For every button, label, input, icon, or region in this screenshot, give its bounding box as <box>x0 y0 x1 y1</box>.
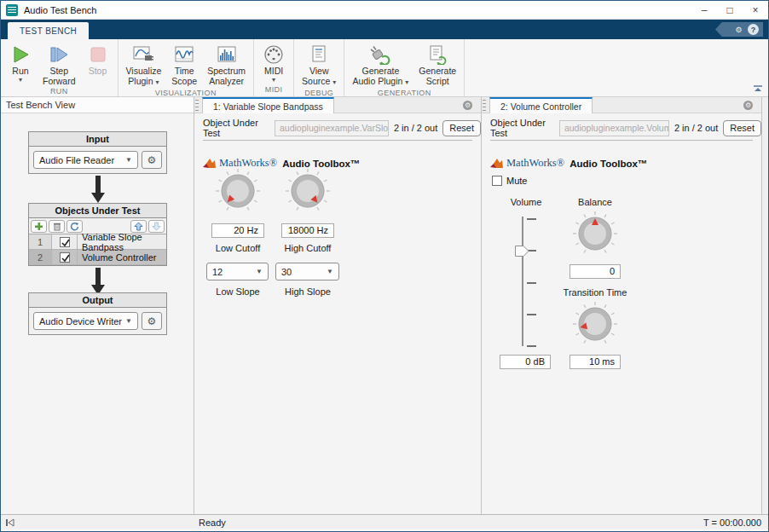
status-time: T = 00:00.000 <box>703 518 761 528</box>
move-up-button[interactable] <box>130 220 147 233</box>
panel2-tab-strip: 2: Volume Controller ⚙ <box>482 97 761 113</box>
volume-field[interactable]: 0 dB <box>500 355 551 369</box>
mute-checkbox[interactable] <box>492 176 502 186</box>
slider-track[interactable] <box>522 217 523 346</box>
chevron-down-icon: ▼ <box>125 317 132 325</box>
reset-button[interactable]: Reset <box>723 120 761 136</box>
panel2-tab[interactable]: 2: Volume Controller <box>489 97 593 113</box>
input-box: Input Audio File Reader ▼ ⚙ <box>28 131 167 174</box>
object-under-test-label: Object Under Test <box>490 118 553 138</box>
low-cutoff-knob[interactable] <box>214 167 262 215</box>
input-settings-button[interactable]: ⚙ <box>142 151 162 169</box>
high-cutoff-knob[interactable] <box>284 167 332 215</box>
run-button[interactable]: Run <box>4 43 37 85</box>
midi-icon <box>263 43 284 66</box>
section-debug: View Source DEBUG <box>294 39 344 96</box>
drag-handle-icon[interactable] <box>195 100 199 111</box>
low-slope-label: Low Slope <box>211 286 264 297</box>
tab-test-bench[interactable]: TEST BENCH <box>8 22 89 39</box>
section-label-visualization: VISUALIZATION <box>119 89 254 97</box>
high-slope-dropdown[interactable]: 30 ▼ <box>275 263 339 280</box>
run-icon <box>11 43 30 66</box>
brand-row: MathWorks® Audio Toolbox™ <box>490 157 647 170</box>
object-under-test-field[interactable]: audiopluginexample.VarSlopeBand <box>275 120 389 136</box>
transition-time-knob[interactable] <box>571 300 619 348</box>
object-under-test-field[interactable]: audiopluginexample.VolumeControl <box>559 120 669 136</box>
stop-icon <box>89 43 107 66</box>
panel2-gear-icon[interactable]: ⚙ <box>743 101 753 110</box>
time-scope-icon <box>174 43 194 66</box>
variable-slope-bandpass-panel: 1: Variable Slope Bandpass ⚙ Object Unde… <box>194 97 482 514</box>
status-bar: Ready T = 00:00.000 <box>1 514 768 529</box>
arrow-down-icon <box>152 222 161 231</box>
main-area: Test Bench View Input Audio File Reader … <box>1 97 768 514</box>
view-source-button[interactable]: View Source <box>298 43 340 89</box>
add-object-button[interactable] <box>31 220 47 233</box>
section-label-run: RUN <box>1 87 118 96</box>
maximize-button[interactable]: □ <box>717 1 743 19</box>
low-cutoff-field[interactable]: 20 Hz <box>211 223 264 238</box>
step-forward-button[interactable]: Step Forward <box>38 43 80 87</box>
section-label-midi: MIDI <box>254 85 293 96</box>
chevron-down-icon: ▼ <box>327 268 333 275</box>
object-1-checkbox[interactable] <box>60 237 70 247</box>
section-visualization: Visualize Plugin Time Scope <box>119 39 255 96</box>
help-icon[interactable]: ? <box>748 24 759 35</box>
object-row-2[interactable]: 2 Volume Controller <box>29 250 166 265</box>
visualize-plugin-button[interactable]: Visualize Plugin <box>122 43 166 89</box>
balance-field[interactable]: 0 <box>570 264 621 279</box>
midi-button[interactable]: MIDI <box>257 43 290 85</box>
generate-audio-plugin-icon <box>368 43 392 66</box>
check-icon <box>61 238 71 248</box>
slider-handle[interactable] <box>515 246 529 257</box>
transition-time-label: Transition Time <box>558 287 632 298</box>
close-button[interactable]: × <box>743 1 768 19</box>
high-slope-label: High Slope <box>278 286 338 297</box>
balance-knob[interactable] <box>571 210 619 257</box>
ribbon-tab-strip: TEST BENCH ⚙ ? <box>1 20 768 39</box>
reset-button[interactable]: Reset <box>442 120 481 136</box>
generate-script-button[interactable]: Generate Script <box>414 43 460 87</box>
generate-audio-plugin-button[interactable]: Generate Audio Plugin <box>348 43 413 89</box>
output-selector[interactable]: Audio Device Writer ▼ <box>33 312 138 330</box>
view-source-icon <box>310 43 327 66</box>
input-selector[interactable]: Audio File Reader ▼ <box>33 151 138 169</box>
volume-slider[interactable] <box>515 217 541 353</box>
chevron-down-icon: ▼ <box>125 156 132 164</box>
section-run: Run Step Forward Stop RUN <box>1 39 119 96</box>
object-2-checkbox[interactable] <box>60 252 70 263</box>
section-label-debug: DEBUG <box>294 89 344 97</box>
panel1-gear-icon[interactable]: ⚙ <box>463 101 472 110</box>
drag-handle-icon[interactable] <box>483 100 486 111</box>
object-row-1[interactable]: 1 Variable Slope Bandpass <box>29 234 166 250</box>
output-box: Output Audio Device Writer ▼ ⚙ <box>28 292 167 335</box>
preferences-icon[interactable]: ⚙ <box>733 24 744 35</box>
object-under-test-label: Object Under Test <box>203 118 269 138</box>
generate-script-icon <box>427 43 448 66</box>
trash-icon <box>53 222 61 231</box>
transition-time-field[interactable]: 10 ms <box>570 355 621 369</box>
test-bench-view-title: Test Bench View <box>1 97 194 113</box>
visualize-plugin-icon <box>132 43 154 66</box>
collapse-panel-icon[interactable] <box>5 518 14 527</box>
output-box-title: Output <box>29 293 166 308</box>
low-slope-dropdown[interactable]: 12 ▼ <box>206 263 269 280</box>
delete-object-button[interactable] <box>49 220 65 233</box>
spectrum-analyzer-button[interactable]: Spectrum Analyzer <box>203 43 250 87</box>
add-icon <box>34 222 43 231</box>
output-settings-button[interactable]: ⚙ <box>142 312 162 330</box>
high-cutoff-field[interactable]: 18000 Hz <box>281 223 334 238</box>
volume-controller-panel: 2: Volume Controller ⚙ Object Under Test… <box>482 97 762 514</box>
move-down-button <box>148 220 165 233</box>
dropdown-arrow-icon <box>19 76 22 84</box>
panel1-tab[interactable]: 1: Variable Slope Bandpass <box>202 97 334 113</box>
mathworks-logo-icon <box>490 158 503 169</box>
section-label-generation: GENERATION <box>344 89 464 97</box>
time-scope-button[interactable]: Time Scope <box>167 43 201 87</box>
io-count-label: 2 in / 2 out <box>394 123 437 133</box>
collapse-toolstrip-icon[interactable] <box>753 84 763 93</box>
minimize-button[interactable]: – <box>691 1 717 19</box>
refresh-object-button[interactable] <box>66 220 83 233</box>
dropdown-arrow-icon <box>272 76 275 84</box>
arrow-up-icon <box>134 222 143 231</box>
